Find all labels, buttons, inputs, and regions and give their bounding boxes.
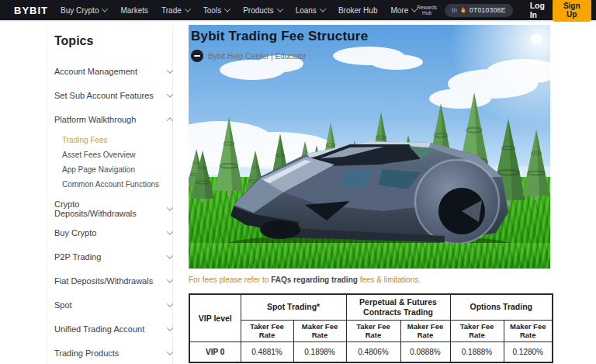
author-avatar: [191, 50, 203, 62]
cell-spot-maker: 0.1898%: [293, 342, 346, 362]
sidebar-subitem-trading-fees[interactable]: Trading Fees: [62, 133, 172, 147]
fees-note: For fees please refer to FAQs regarding …: [189, 275, 550, 285]
cell-perp-maker: 0.0888%: [400, 342, 450, 362]
byline: Bybit Help Center | Educator: [191, 50, 307, 62]
chevron-down-icon: [167, 252, 173, 258]
chevron-down-icon: [276, 5, 282, 12]
sidebar-subitem-common-account-functions[interactable]: Common Account Functions: [62, 177, 172, 192]
fee-structure-table: VIP level Spot Trading* Perpetual & Futu…: [189, 293, 553, 363]
cell-vip-level: VIP 0: [189, 342, 241, 362]
content-divider: [172, 26, 173, 364]
chevron-down-icon: [167, 91, 173, 97]
chevron-down-icon: [167, 67, 173, 73]
sidebar-item-crypto-deposits-withdrawals[interactable]: Crypto Deposits/Withdrawals: [54, 196, 172, 220]
nav-item-markets[interactable]: Markets: [120, 6, 148, 15]
chevron-down-icon: [167, 276, 173, 283]
rewards-hub-link[interactable]: Rewards Hub: [417, 5, 437, 16]
chevron-down-icon: [167, 228, 173, 234]
sidebar-subitem-asset-fees-overview[interactable]: Asset Fees Overview: [62, 147, 172, 162]
col-group-options-trading: Options Trading: [450, 294, 553, 320]
chevron-down-icon: [185, 5, 191, 12]
col-header-options-taker: Taker Fee Rate: [450, 320, 504, 342]
nav-item-buy-crypto[interactable]: Buy Crypto: [61, 6, 107, 15]
col-header-spot-maker: Maker Fee Rate: [293, 320, 346, 342]
promo-ticker-pill[interactable]: In 0T010306E: [445, 4, 513, 17]
article-content: Bybit Trading Fee Structure Bybit Help C…: [189, 25, 550, 363]
page-title: Bybit Trading Fee Structure: [191, 29, 368, 44]
chevron-down-icon: [167, 204, 173, 210]
sidebar-title: Topics: [54, 34, 172, 48]
sidebar-item-p2p-trading[interactable]: P2P Trading: [54, 244, 172, 269]
col-group-spot-trading: Spot Trading*: [241, 294, 346, 320]
signup-button[interactable]: Sign Up: [553, 0, 591, 22]
cell-options-taker: 0.1888%: [450, 342, 504, 362]
sidebar-item-fiat-deposits-withdrawals[interactable]: Fiat Deposits/Withdrawals: [54, 269, 172, 293]
chevron-down-icon: [102, 5, 108, 12]
sidebar-item-spot[interactable]: Spot: [54, 293, 172, 317]
sidebar-item-platform-walkthrough[interactable]: Platform Walkthrough: [54, 107, 172, 131]
page: BYBIT Buy Crypto Markets Trade Tools Pro…: [0, 0, 596, 364]
chevron-down-icon: [224, 5, 230, 12]
chevron-up-icon: [167, 117, 173, 123]
topics-sidebar: Topics Account Management Set Sub Accoun…: [54, 34, 172, 364]
sidebar-item-unified-trading-account[interactable]: Unified Trading Account: [54, 317, 172, 341]
nav-item-more[interactable]: More: [390, 6, 417, 15]
col-header-perp-maker: Maker Fee Rate: [400, 320, 450, 342]
platform-walkthrough-subitems: Trading Fees Asset Fees Overview App Pag…: [62, 133, 172, 192]
sidebar-item-buy-crypto[interactable]: Buy Crypto: [54, 220, 172, 244]
col-header-vip-level: VIP level: [189, 294, 241, 342]
sidebar-item-trading-products[interactable]: Trading Products: [54, 341, 172, 364]
hero-image: Bybit Trading Fee Structure Bybit Help C…: [189, 25, 550, 269]
chevron-down-icon: [167, 300, 173, 307]
main-nav: Buy Crypto Markets Trade Tools Products …: [61, 6, 417, 15]
sidebar-item-sub-account-features[interactable]: Set Sub Account Features: [54, 83, 172, 107]
col-header-options-maker: Maker Fee Rate: [504, 320, 553, 342]
nav-item-products[interactable]: Products: [243, 6, 282, 15]
sidebar-left-border: [47, 29, 47, 364]
brand-logo[interactable]: BYBIT: [14, 5, 48, 16]
col-header-perp-taker: Taker Fee Rate: [346, 320, 400, 342]
cell-perp-taker: 0.4806%: [346, 342, 400, 362]
col-group-perp-futures-trading: Perpetual & Futures Contracts Trading: [346, 294, 450, 320]
fees-link-1[interactable]: For fees please refer to: [189, 276, 269, 284]
flame-icon: [460, 6, 466, 15]
cell-spot-taker: 0.4881%: [241, 342, 293, 362]
chevron-down-icon: [167, 324, 173, 331]
topbar-right-cluster: Rewards Hub In 0T010306E Log In Sign Up: [417, 0, 596, 22]
top-navigation-bar: BYBIT Buy Crypto Markets Trade Tools Pro…: [0, 0, 596, 22]
sidebar-item-account-management[interactable]: Account Management: [54, 59, 172, 83]
fees-link-2[interactable]: fees & limitations.: [360, 276, 421, 284]
chevron-down-icon: [320, 5, 326, 12]
nav-item-loans[interactable]: Loans: [296, 6, 325, 15]
login-button[interactable]: Log In: [530, 1, 545, 19]
nav-item-trade[interactable]: Trade: [161, 6, 190, 15]
sidebar-subitem-app-page-navigation[interactable]: App Page Navigation: [62, 162, 172, 177]
col-header-spot-taker: Taker Fee Rate: [241, 320, 293, 342]
chevron-down-icon: [167, 348, 173, 355]
table-row-vip0: VIP 0 0.4881% 0.1898% 0.4806% 0.0888% 0.…: [189, 342, 553, 362]
byline-text: Bybit Help Center | Educator: [208, 52, 307, 61]
cell-options-maker: 0.1280%: [504, 342, 553, 362]
nav-item-tools[interactable]: Tools: [203, 6, 230, 15]
nav-item-broker-hub[interactable]: Broker Hub: [338, 6, 378, 15]
